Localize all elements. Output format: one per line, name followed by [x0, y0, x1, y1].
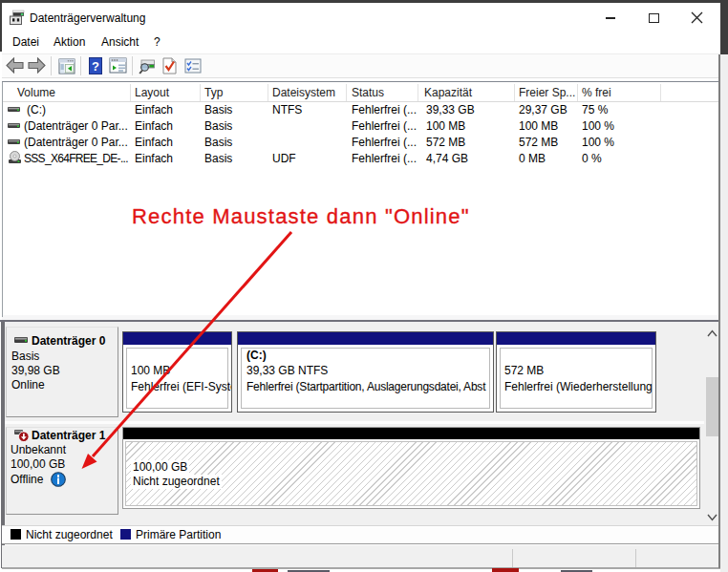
svg-text:?: ? — [92, 59, 99, 74]
